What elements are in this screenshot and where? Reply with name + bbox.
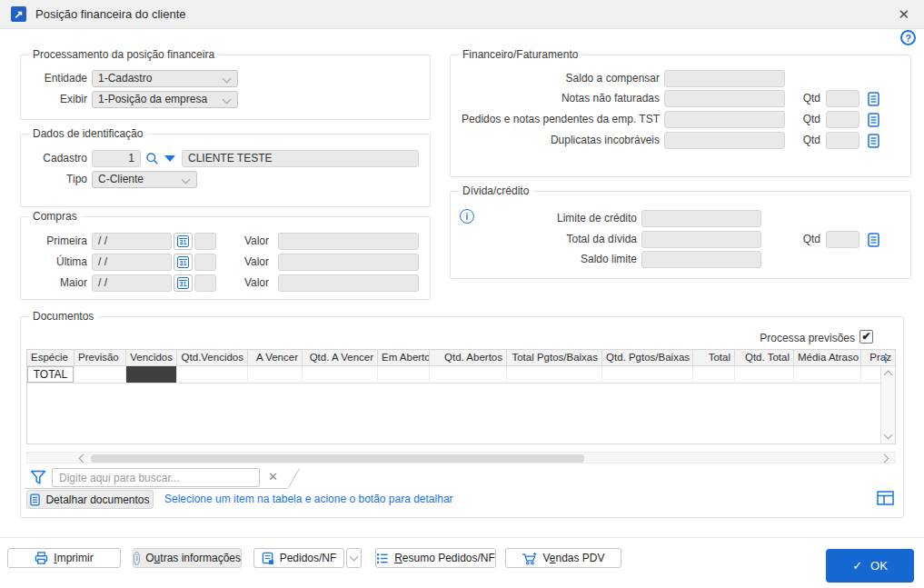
maior-label: Maior (21, 274, 87, 292)
cell[interactable] (693, 366, 735, 384)
cell[interactable] (794, 366, 861, 384)
document-note-icon (262, 552, 274, 565)
scrollbar-thumb[interactable] (91, 454, 584, 463)
cadastro-code-field[interactable]: 1 (92, 150, 141, 167)
cell[interactable] (602, 366, 693, 384)
pedidos-nf-label: Pedidos/NF (280, 552, 337, 564)
cell[interactable] (177, 366, 248, 384)
exibir-value: 1-Posição da empresa (98, 93, 207, 105)
qtd-label: Qtd (769, 111, 820, 128)
exibir-select[interactable]: 1-Posição da empresa (92, 91, 238, 108)
ultima-extra-field[interactable] (194, 254, 216, 271)
tipo-select[interactable]: C-Cliente (92, 171, 197, 188)
group-processamento: Processamento da posição financeira Enti… (20, 55, 431, 120)
total-cell[interactable]: TOTAL (27, 366, 75, 384)
chevron-down-icon (182, 175, 191, 184)
entidade-label: Entidade (21, 70, 87, 87)
cadastro-name-field[interactable]: CLIENTE TESTE (182, 150, 419, 167)
primeira-label: Primeira (21, 233, 87, 250)
vertical-scrollbar[interactable] (880, 366, 895, 443)
calendar-day: 31 (177, 256, 189, 268)
column-menu-icon[interactable]: ⋮ (880, 351, 891, 365)
column-header[interactable]: A Vencer (248, 350, 303, 365)
entidade-value: 1-Cadastro (98, 72, 152, 85)
pedidos-nf-button[interactable]: Pedidos/NF (253, 548, 344, 568)
document-lines-icon[interactable] (866, 231, 880, 248)
calendar-icon[interactable]: 31 (174, 274, 193, 292)
footer-separator (0, 537, 924, 538)
selected-cell[interactable] (126, 366, 177, 384)
document-lines-icon[interactable] (866, 90, 880, 107)
close-icon[interactable]: ✕ (894, 6, 913, 23)
detalhar-documentos-button[interactable]: Detalhar documentos (26, 490, 154, 509)
calendar-icon[interactable]: 31 (174, 233, 193, 250)
column-header[interactable]: Espécie (27, 350, 75, 365)
document-lines-icon[interactable] (866, 111, 880, 128)
help-icon[interactable]: ? (900, 30, 916, 45)
primeira-valor-label: Valor (216, 233, 269, 250)
column-header[interactable]: Qtd. Pgtos/Baixas (602, 350, 693, 365)
exibir-label: Exibir (21, 91, 87, 108)
column-header[interactable]: Qtd. Total (735, 350, 794, 365)
detalhar-label: Detalhar documentos (45, 493, 149, 506)
tipo-label: Tipo (21, 171, 87, 188)
entidade-select[interactable]: 1-Cadastro (92, 70, 238, 87)
arrow-up-right-icon: ↗ (14, 8, 23, 21)
maior-date-field[interactable]: / / (92, 274, 172, 292)
document-lines-icon[interactable] (866, 132, 880, 149)
cell[interactable] (735, 366, 794, 384)
grid-layout-icon[interactable] (876, 490, 895, 506)
imprimir-button[interactable]: Imprimir (7, 548, 121, 568)
cell[interactable] (75, 366, 126, 384)
search-icon[interactable] (144, 150, 160, 167)
pedidos-nf-dropdown-button[interactable] (346, 548, 362, 568)
column-header[interactable]: Média Atraso (794, 350, 861, 365)
cell[interactable] (507, 366, 602, 384)
horizontal-scrollbar[interactable] (26, 452, 896, 463)
column-header[interactable]: Total (693, 350, 735, 365)
vendas-pdv-button[interactable]: Vendas PDV (505, 548, 621, 568)
scroll-up-icon[interactable] (884, 371, 893, 380)
primeira-extra-field[interactable] (194, 233, 216, 250)
outras-informacoes-button[interactable]: i Outras informações (133, 548, 242, 568)
outras-informacoes-label: Outras informações (145, 552, 241, 564)
scroll-right-icon[interactable] (880, 454, 889, 463)
cell[interactable] (248, 366, 303, 384)
column-header[interactable]: Qtd. Abertos (430, 350, 507, 365)
table-row-total[interactable]: TOTAL (27, 366, 895, 384)
dropdown-triangle-icon[interactable] (164, 155, 175, 162)
qtd-label: Qtd (769, 90, 820, 107)
primeira-date-field[interactable]: / / (92, 233, 172, 250)
column-header[interactable]: Qtd.Vencidos (177, 350, 248, 365)
search-input[interactable] (52, 468, 260, 487)
ok-label: OK (870, 559, 888, 573)
column-header[interactable]: Vencidos (126, 350, 177, 365)
cell[interactable] (303, 366, 378, 384)
maior-valor-field (278, 274, 419, 292)
shopping-cart-icon (522, 552, 537, 565)
saldo-compensar-field (664, 70, 785, 87)
filter-icon[interactable] (29, 468, 47, 487)
resumo-pedidos-nf-button[interactable]: Resumo Pedidos/NF (375, 548, 496, 568)
scroll-left-icon[interactable] (79, 454, 88, 463)
column-header[interactable]: Total Pgtos/Baixas (507, 350, 602, 365)
group-title-documentos: Documentos (28, 310, 98, 323)
scroll-down-icon[interactable] (884, 431, 893, 440)
calendar-icon[interactable]: 31 (174, 254, 193, 271)
ok-button[interactable]: ✓ OK (826, 549, 914, 583)
cell[interactable] (430, 366, 507, 384)
column-header[interactable]: Previsão (75, 350, 126, 365)
list-summary-icon (376, 553, 389, 564)
qtd-label: Qtd (769, 231, 820, 248)
processa-previsoes-checkbox[interactable]: ✔ (859, 330, 873, 344)
document-lines-icon (30, 493, 40, 506)
ultima-date-field[interactable]: / / (92, 254, 172, 271)
clear-search-icon[interactable]: ✕ (268, 470, 278, 483)
pedidos-pendentes-field (664, 111, 785, 128)
cell[interactable] (378, 366, 430, 384)
column-header[interactable]: Qtd. A Vencer (303, 350, 378, 365)
maior-extra-field[interactable] (194, 274, 216, 292)
column-header[interactable]: Em Aberto (378, 350, 430, 365)
saldo-compensar-label: Saldo a compensar (451, 70, 660, 87)
duplicatas-label: Duplicatas incobráveis (451, 132, 660, 149)
